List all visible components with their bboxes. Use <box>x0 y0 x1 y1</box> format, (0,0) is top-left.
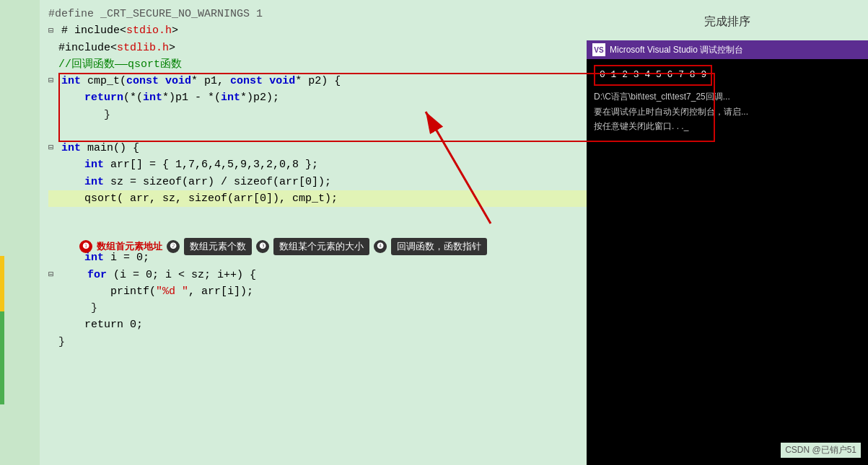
badge-4: ❹ <box>374 240 387 253</box>
vs-console-body: 0 1 2 3 4 5 6 7 8 9 D:\C语言\bit\test_clt\… <box>587 59 868 141</box>
yellow-indicator <box>0 256 4 311</box>
sz-text: int sz = sizeof(arr) / sizeof(arr[0]); <box>58 174 331 190</box>
return0-text: return 0; <box>58 316 143 333</box>
close-brace-text: } <box>58 107 110 123</box>
vs-logo: VS <box>592 43 605 56</box>
right-panel: 完成排序 VS Microsoft Visual Studio 调试控制台 0 … <box>587 0 868 465</box>
main-container: #define _CRT_SECURE_NO_WARNINGS 1 ⊟ # in… <box>0 0 868 465</box>
badge-3: ❸ <box>256 240 269 253</box>
final-brace-text: } <box>58 334 65 350</box>
output-line: 0 1 2 3 4 5 6 7 8 9 <box>600 69 706 80</box>
badge-2: ❷ <box>167 240 180 253</box>
hint-line1: 要在调试停止时自动关闭控制台，请启... <box>594 105 861 120</box>
hint-text2: 按任意键关闭此窗口. . ._ <box>594 121 688 131</box>
hint-text1: 要在调试停止时自动关闭控制台，请启... <box>594 107 748 117</box>
completion-text: 完成排序 <box>587 0 868 37</box>
label-4: 回调函数，函数指针 <box>391 238 487 255</box>
include-stdio-text: # include<stdio.h> <box>61 22 178 39</box>
return-text: return(*(int*)p1 - *(int*)p2); <box>58 89 279 106</box>
annotation-row: ❶ 数组首元素地址 ❷ 数组元素个数 ❸ 数组某个元素的大小 ❹ 回调函数，函数… <box>79 238 487 255</box>
path-text: D:\C语言\bit\test_clt\test7_25回调... <box>594 92 730 102</box>
vs-titlebar: VS Microsoft Visual Studio 调试控制台 <box>587 40 868 59</box>
csdn-watermark: CSDN @已销户51 <box>781 443 861 458</box>
comment-text: //回调函数——qsort函数 <box>58 56 182 73</box>
vs-window: VS Microsoft Visual Studio 调试控制台 0 1 2 3… <box>587 40 868 465</box>
collapse-icon-cmp[interactable]: ⊟ <box>48 74 58 88</box>
main-text: int main() { <box>61 140 139 156</box>
vs-title-text: Microsoft Visual Studio 调试控制台 <box>610 44 743 56</box>
label-2: 数组元素个数 <box>184 238 252 255</box>
collapse-icon-1[interactable]: ⊟ <box>48 25 58 38</box>
collapse-icon-main[interactable]: ⊟ <box>48 141 58 155</box>
green-indicator <box>0 311 4 404</box>
left-gutter <box>0 0 40 465</box>
hint-line2: 按任意键关闭此窗口. . ._ <box>594 120 861 135</box>
include-stdlib-text: #include<stdlib.h> <box>58 40 175 56</box>
output-highlight-box: 0 1 2 3 4 5 6 7 8 9 <box>594 65 712 86</box>
printf-text: printf("%d ", arr[i]); <box>58 283 253 300</box>
for-close-text: } <box>58 300 97 316</box>
qsort-text: qsort( arr, sz, sizeof(arr[0]), cmp_t); <box>58 190 338 207</box>
arr-text: int arr[] = { 1,7,6,4,5,9,3,2,0,8 }; <box>58 156 318 173</box>
define-text: #define _CRT_SECURE_NO_WARNINGS 1 <box>48 6 263 22</box>
cmp-header-text: int cmp_t(const void* p1, const void* p2… <box>61 73 341 89</box>
label-3: 数组某个元素的大小 <box>273 238 369 255</box>
label-1: 数组首元素地址 <box>97 239 162 254</box>
collapse-icon-for[interactable]: ⊟ <box>48 268 58 282</box>
badge-1: ❶ <box>79 240 92 253</box>
path-line: D:\C语言\bit\test_clt\test7_25回调... <box>594 90 861 105</box>
for-text: for (i = 0; i < sz; i++) { <box>61 267 256 283</box>
